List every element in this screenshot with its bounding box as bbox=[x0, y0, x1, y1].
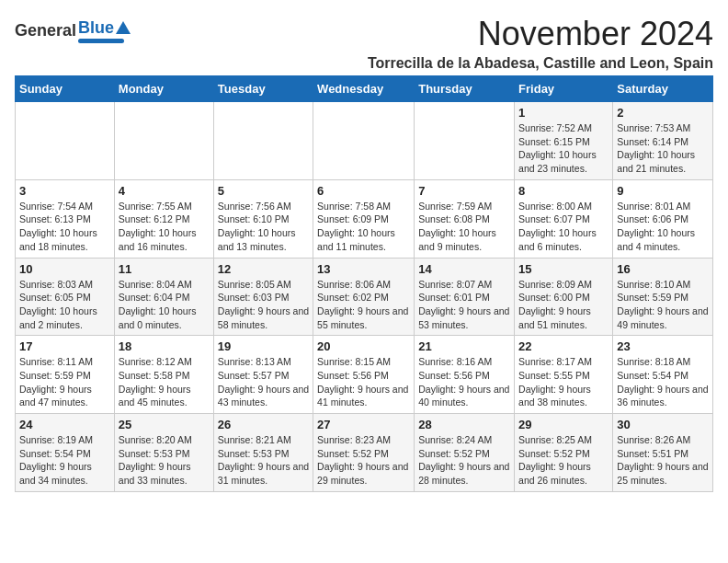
weekday-header-row: SundayMondayTuesdayWednesdayThursdayFrid… bbox=[16, 76, 713, 102]
day-number: 13 bbox=[317, 262, 410, 276]
calendar-cell: 13Sunrise: 8:06 AMSunset: 6:02 PMDayligh… bbox=[313, 258, 415, 336]
day-info: Sunrise: 8:07 AMSunset: 6:01 PMDaylight:… bbox=[418, 278, 510, 332]
day-info: Sunrise: 7:53 AMSunset: 6:14 PMDaylight:… bbox=[617, 121, 709, 176]
calendar-cell: 26Sunrise: 8:21 AMSunset: 5:53 PMDayligh… bbox=[213, 414, 313, 492]
day-number: 9 bbox=[617, 184, 709, 198]
day-number: 10 bbox=[19, 262, 110, 276]
day-info: Sunrise: 7:56 AMSunset: 6:10 PMDaylight:… bbox=[218, 200, 309, 254]
day-number: 22 bbox=[518, 339, 609, 353]
day-number: 11 bbox=[119, 262, 210, 276]
day-info: Sunrise: 8:20 AMSunset: 5:53 PMDaylight:… bbox=[119, 433, 210, 488]
logo: General Blue bbox=[15, 18, 131, 43]
day-number: 12 bbox=[218, 262, 309, 276]
day-number: 28 bbox=[418, 418, 510, 431]
calendar-cell: 24Sunrise: 8:19 AMSunset: 5:54 PMDayligh… bbox=[16, 414, 115, 492]
calendar-cell bbox=[213, 102, 313, 180]
day-number: 19 bbox=[218, 339, 309, 353]
day-info: Sunrise: 8:03 AMSunset: 6:05 PMDaylight:… bbox=[19, 278, 110, 332]
calendar-cell: 2Sunrise: 7:53 AMSunset: 6:14 PMDaylight… bbox=[613, 102, 713, 180]
day-info: Sunrise: 8:16 AMSunset: 5:56 PMDaylight:… bbox=[418, 355, 510, 409]
calendar-cell: 14Sunrise: 8:07 AMSunset: 6:01 PMDayligh… bbox=[415, 258, 515, 336]
calendar-cell: 12Sunrise: 8:05 AMSunset: 6:03 PMDayligh… bbox=[213, 258, 313, 336]
calendar-cell: 4Sunrise: 7:55 AMSunset: 6:12 PMDaylight… bbox=[114, 179, 213, 258]
calendar-week-1: 1Sunrise: 7:52 AMSunset: 6:15 PMDaylight… bbox=[16, 102, 713, 180]
day-number: 4 bbox=[119, 184, 210, 198]
calendar-cell: 15Sunrise: 8:09 AMSunset: 6:00 PMDayligh… bbox=[515, 258, 613, 336]
day-number: 26 bbox=[218, 418, 309, 431]
weekday-header-wednesday: Wednesday bbox=[313, 76, 415, 102]
day-number: 27 bbox=[317, 418, 410, 431]
day-number: 8 bbox=[518, 184, 609, 198]
calendar-cell: 8Sunrise: 8:00 AMSunset: 6:07 PMDaylight… bbox=[515, 179, 613, 258]
day-info: Sunrise: 7:52 AMSunset: 6:15 PMDaylight:… bbox=[518, 121, 609, 176]
day-number: 17 bbox=[19, 339, 110, 353]
day-number: 3 bbox=[19, 184, 110, 198]
day-info: Sunrise: 8:01 AMSunset: 6:06 PMDaylight:… bbox=[617, 200, 709, 254]
day-info: Sunrise: 8:11 AMSunset: 5:59 PMDaylight:… bbox=[19, 355, 110, 409]
calendar-cell: 16Sunrise: 8:10 AMSunset: 5:59 PMDayligh… bbox=[613, 258, 713, 336]
calendar-cell: 29Sunrise: 8:25 AMSunset: 5:52 PMDayligh… bbox=[515, 414, 613, 492]
day-info: Sunrise: 8:17 AMSunset: 5:55 PMDaylight:… bbox=[518, 355, 609, 409]
location-subtitle: Torrecilla de la Abadesa, Castille and L… bbox=[368, 55, 713, 72]
day-info: Sunrise: 8:13 AMSunset: 5:57 PMDaylight:… bbox=[218, 355, 309, 409]
calendar-cell: 17Sunrise: 8:11 AMSunset: 5:59 PMDayligh… bbox=[16, 336, 115, 414]
day-info: Sunrise: 7:59 AMSunset: 6:08 PMDaylight:… bbox=[418, 200, 510, 254]
day-number: 2 bbox=[617, 106, 709, 120]
day-number: 20 bbox=[317, 339, 410, 353]
calendar-cell: 6Sunrise: 7:58 AMSunset: 6:09 PMDaylight… bbox=[313, 179, 415, 258]
calendar-cell: 22Sunrise: 8:17 AMSunset: 5:55 PMDayligh… bbox=[515, 336, 613, 414]
calendar-cell: 20Sunrise: 8:15 AMSunset: 5:56 PMDayligh… bbox=[313, 336, 415, 414]
page-header: General Blue November 2024 Torrecilla de… bbox=[15, 15, 713, 72]
calendar-cell: 18Sunrise: 8:12 AMSunset: 5:58 PMDayligh… bbox=[114, 336, 213, 414]
day-info: Sunrise: 8:21 AMSunset: 5:53 PMDaylight:… bbox=[218, 433, 309, 488]
day-info: Sunrise: 8:10 AMSunset: 5:59 PMDaylight:… bbox=[617, 278, 709, 332]
weekday-header-saturday: Saturday bbox=[613, 76, 713, 102]
calendar-cell: 9Sunrise: 8:01 AMSunset: 6:06 PMDaylight… bbox=[613, 179, 713, 258]
day-number: 6 bbox=[317, 184, 410, 198]
calendar-cell: 30Sunrise: 8:26 AMSunset: 5:51 PMDayligh… bbox=[613, 414, 713, 492]
day-number: 18 bbox=[119, 339, 210, 353]
day-info: Sunrise: 8:04 AMSunset: 6:04 PMDaylight:… bbox=[119, 278, 210, 332]
calendar-week-3: 10Sunrise: 8:03 AMSunset: 6:05 PMDayligh… bbox=[16, 258, 713, 336]
weekday-header-tuesday: Tuesday bbox=[213, 76, 313, 102]
calendar-cell bbox=[313, 102, 415, 180]
weekday-header-friday: Friday bbox=[515, 76, 613, 102]
calendar-header: SundayMondayTuesdayWednesdayThursdayFrid… bbox=[16, 76, 713, 102]
day-info: Sunrise: 8:18 AMSunset: 5:54 PMDaylight:… bbox=[617, 355, 709, 409]
calendar-body: 1Sunrise: 7:52 AMSunset: 6:15 PMDaylight… bbox=[16, 102, 713, 492]
day-number: 7 bbox=[418, 184, 510, 198]
day-info: Sunrise: 7:58 AMSunset: 6:09 PMDaylight:… bbox=[317, 200, 410, 254]
day-info: Sunrise: 8:24 AMSunset: 5:52 PMDaylight:… bbox=[418, 433, 510, 488]
calendar-cell: 1Sunrise: 7:52 AMSunset: 6:15 PMDaylight… bbox=[515, 102, 613, 180]
calendar-cell: 25Sunrise: 8:20 AMSunset: 5:53 PMDayligh… bbox=[114, 414, 213, 492]
calendar-cell: 19Sunrise: 8:13 AMSunset: 5:57 PMDayligh… bbox=[213, 336, 313, 414]
calendar-cell: 10Sunrise: 8:03 AMSunset: 6:05 PMDayligh… bbox=[16, 258, 115, 336]
day-info: Sunrise: 7:54 AMSunset: 6:13 PMDaylight:… bbox=[19, 200, 110, 254]
calendar-cell: 5Sunrise: 7:56 AMSunset: 6:10 PMDaylight… bbox=[213, 179, 313, 258]
day-number: 23 bbox=[617, 339, 709, 353]
day-number: 29 bbox=[518, 418, 609, 431]
day-number: 24 bbox=[19, 418, 110, 431]
calendar-cell bbox=[16, 102, 115, 180]
calendar-cell: 7Sunrise: 7:59 AMSunset: 6:08 PMDaylight… bbox=[415, 179, 515, 258]
day-info: Sunrise: 8:26 AMSunset: 5:51 PMDaylight:… bbox=[617, 433, 709, 488]
day-info: Sunrise: 8:09 AMSunset: 6:00 PMDaylight:… bbox=[518, 278, 609, 332]
day-number: 1 bbox=[518, 106, 609, 120]
day-info: Sunrise: 8:23 AMSunset: 5:52 PMDaylight:… bbox=[317, 433, 410, 488]
day-info: Sunrise: 8:05 AMSunset: 6:03 PMDaylight:… bbox=[218, 278, 309, 332]
day-number: 16 bbox=[617, 262, 709, 276]
calendar-cell bbox=[415, 102, 515, 180]
calendar-week-5: 24Sunrise: 8:19 AMSunset: 5:54 PMDayligh… bbox=[16, 414, 713, 492]
calendar-cell: 27Sunrise: 8:23 AMSunset: 5:52 PMDayligh… bbox=[313, 414, 415, 492]
logo-general-text: General bbox=[15, 21, 76, 40]
calendar-table: SundayMondayTuesdayWednesdayThursdayFrid… bbox=[15, 75, 713, 492]
day-number: 30 bbox=[617, 418, 709, 431]
day-info: Sunrise: 8:19 AMSunset: 5:54 PMDaylight:… bbox=[19, 433, 110, 488]
calendar-cell: 11Sunrise: 8:04 AMSunset: 6:04 PMDayligh… bbox=[114, 258, 213, 336]
day-number: 14 bbox=[418, 262, 510, 276]
day-info: Sunrise: 8:12 AMSunset: 5:58 PMDaylight:… bbox=[119, 355, 210, 409]
calendar-cell bbox=[114, 102, 213, 180]
title-area: November 2024 Torrecilla de la Abadesa, … bbox=[368, 15, 713, 72]
calendar-cell: 23Sunrise: 8:18 AMSunset: 5:54 PMDayligh… bbox=[613, 336, 713, 414]
logo-wave bbox=[78, 39, 124, 43]
